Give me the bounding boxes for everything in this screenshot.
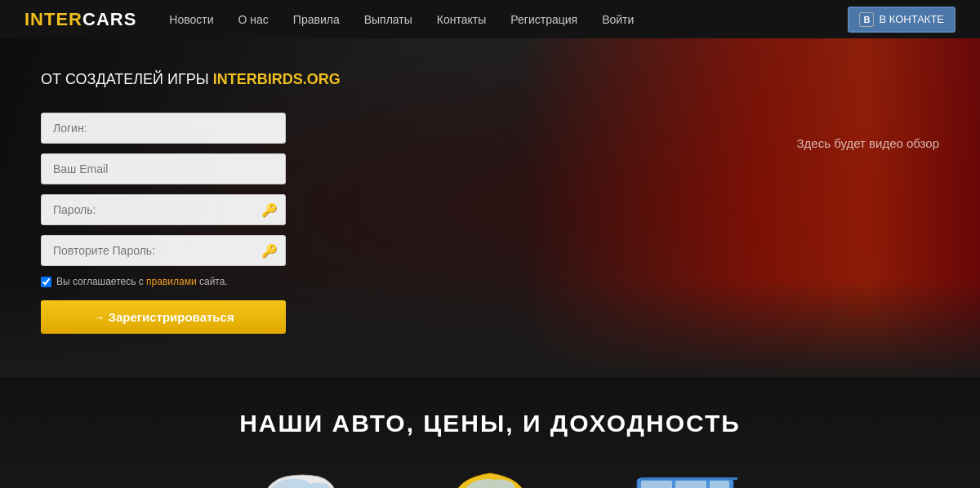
nav-contacts[interactable]: Контакты <box>437 13 486 26</box>
terms-row: Вы соглашаетесь с правилами сайта. <box>41 276 286 287</box>
svg-rect-19 <box>641 481 672 488</box>
terms-text: Вы соглашаетесь с правилами сайта. <box>56 276 228 287</box>
subtitle-link[interactable]: INTERBIRDS.ORG <box>213 71 341 87</box>
nav-about[interactable]: О нас <box>238 13 269 26</box>
repeat-password-input[interactable] <box>41 235 286 266</box>
password-input[interactable] <box>41 194 286 225</box>
logo-cars: CARS <box>82 9 136 30</box>
repeat-password-icon: 🔑 <box>261 243 278 259</box>
logo: INTER CARS <box>24 9 136 30</box>
nav-rules[interactable]: Правила <box>293 13 340 26</box>
nav-news[interactable]: Новости <box>169 13 213 26</box>
car-item-blue <box>612 462 760 488</box>
register-button[interactable]: → Зарегистрироваться <box>41 300 286 334</box>
cars-section: НАШИ АВТО, ЦЕНЫ, И ДОХОДНОСТЬ <box>0 377 980 488</box>
svg-rect-28 <box>641 477 737 480</box>
main-nav: Новости О нас Правила Выплаты Контакты Р… <box>169 13 848 26</box>
email-input[interactable] <box>41 153 286 184</box>
car-yellow-svg <box>416 462 564 488</box>
password-wrapper: 🔑 <box>41 194 286 225</box>
vk-icon: В <box>859 12 874 27</box>
terms-checkbox[interactable] <box>41 277 51 287</box>
svg-rect-20 <box>675 481 706 488</box>
login-input[interactable] <box>41 113 286 144</box>
svg-rect-21 <box>710 481 729 488</box>
header: INTER CARS Новости О нас Правила Выплаты… <box>0 0 980 38</box>
car-white-svg <box>220 462 368 488</box>
registration-form: 🔑 🔑 Вы соглашаетесь с правилами сайта. →… <box>41 113 286 334</box>
car-blue-svg <box>612 462 760 488</box>
cars-section-title: НАШИ АВТО, ЦЕНЫ, И ДОХОДНОСТЬ <box>0 410 980 437</box>
hero-subtitle: ОТ СОЗДАТЕЛЕЙ ИГРЫ INTERBIRDS.ORG <box>41 71 939 88</box>
nav-payouts[interactable]: Выплаты <box>364 13 412 26</box>
password-icon: 🔑 <box>261 202 278 218</box>
car-item-yellow <box>416 462 564 488</box>
logo-inter: INTER <box>24 9 82 30</box>
hero-section: ОТ СОЗДАТЕЛЕЙ ИГРЫ INTERBIRDS.ORG 🔑 🔑 Вы… <box>0 38 980 377</box>
hero-content: ОТ СОЗДАТЕЛЕЙ ИГРЫ INTERBIRDS.ORG 🔑 🔑 Вы… <box>0 38 980 366</box>
nav-register[interactable]: Регистрация <box>510 13 577 26</box>
cars-row <box>0 462 980 488</box>
car-item-white <box>220 462 368 488</box>
vk-button[interactable]: В В КОНТАКТЕ <box>848 7 956 33</box>
terms-link[interactable]: правилами <box>146 276 197 287</box>
nav-login[interactable]: Войти <box>602 13 634 26</box>
subtitle-prefix: ОТ СОЗДАТЕЛЕЙ ИГРЫ <box>41 71 213 87</box>
video-placeholder: Здесь будет видео обзор <box>797 136 940 150</box>
repeat-password-wrapper: 🔑 <box>41 235 286 266</box>
